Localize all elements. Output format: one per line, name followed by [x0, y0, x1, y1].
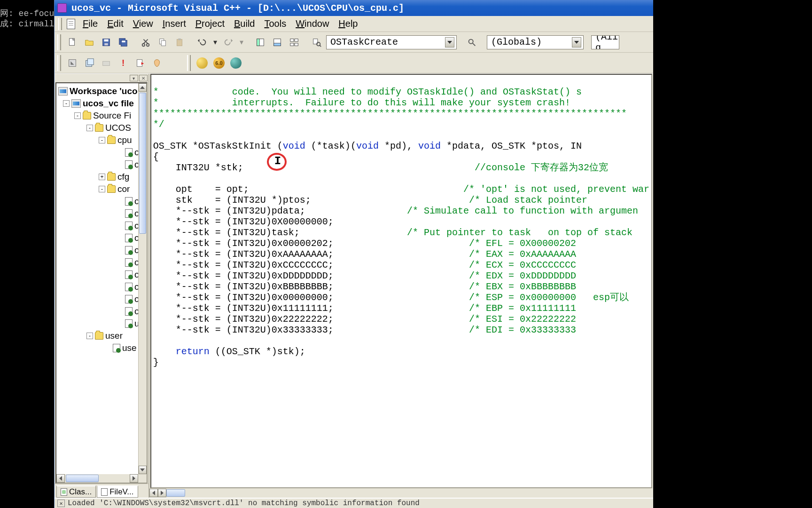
menu-project[interactable]: Project: [192, 16, 228, 31]
svg-line-26: [320, 45, 321, 47]
output-window-button[interactable]: [270, 35, 285, 50]
workspace-window-button[interactable]: [253, 35, 268, 50]
workspace-tree[interactable]: Workspace 'uco - ucos_vc file - Source F…: [55, 82, 148, 484]
menu-edit[interactable]: Edit: [103, 16, 127, 31]
workspace-root[interactable]: Workspace 'uco: [70, 86, 138, 96]
svg-rect-20: [290, 39, 294, 41]
svg-rect-22: [290, 43, 294, 46]
scroll-up-icon[interactable]: [139, 83, 147, 92]
scroll-right-icon[interactable]: [158, 489, 166, 497]
svg-marker-36: [141, 62, 144, 65]
menu-insert[interactable]: Insert: [159, 16, 190, 31]
svg-marker-15: [231, 39, 233, 42]
tree-source[interactable]: Source Fi: [93, 111, 131, 121]
tree-user[interactable]: user: [105, 331, 123, 341]
panel-pin-icon[interactable]: ▾: [130, 75, 138, 81]
scroll-thumb[interactable]: [166, 489, 185, 497]
save-button[interactable]: [99, 35, 114, 50]
close-icon[interactable]: ✕: [57, 500, 65, 507]
chevron-down-icon[interactable]: [572, 37, 581, 48]
tree-file[interactable]: use: [122, 343, 137, 353]
undo-button[interactable]: [195, 35, 210, 50]
svg-rect-21: [295, 39, 298, 41]
scroll-down-icon[interactable]: [139, 466, 147, 474]
menu-file[interactable]: FFileile: [79, 16, 102, 31]
c-file-icon: [125, 258, 133, 267]
tree-project[interactable]: ucos_vc file: [83, 98, 134, 109]
svg-rect-4: [104, 43, 108, 45]
svg-rect-19: [274, 43, 281, 46]
menu-help[interactable]: Help: [335, 16, 361, 31]
menu-window[interactable]: Window: [292, 16, 333, 31]
scroll-thumb[interactable]: [139, 93, 146, 234]
find-in-files-button[interactable]: [309, 35, 324, 50]
paste-button[interactable]: [172, 35, 187, 50]
tree-collapse-icon[interactable]: -: [86, 333, 93, 339]
build-button[interactable]: [82, 56, 97, 71]
scroll-left-icon[interactable]: [56, 474, 65, 483]
menu-view[interactable]: View: [129, 16, 157, 31]
svg-line-28: [473, 43, 476, 46]
new-file-button[interactable]: [65, 35, 80, 50]
title-bar[interactable]: ucos_vc - Microsoft Visual C++ - [D:\...…: [55, 0, 653, 16]
window-list-button[interactable]: [287, 35, 302, 50]
tree-cfg[interactable]: cfg: [117, 172, 129, 182]
members-combo[interactable]: (All g: [591, 35, 619, 49]
tab-fileview[interactable]: FileV...: [97, 485, 138, 498]
mru-document-icon[interactable]: [67, 19, 75, 29]
menu-build[interactable]: Build: [230, 16, 258, 31]
dock-grip[interactable]: [57, 55, 61, 71]
scroll-right-icon[interactable]: [130, 474, 138, 483]
window-title: ucos_vc - Microsoft Visual C++ - [D:\...…: [71, 3, 404, 14]
folder-icon: [107, 185, 116, 193]
go-button[interactable]: [133, 56, 148, 71]
tree-collapse-icon[interactable]: -: [86, 125, 93, 131]
cut-button[interactable]: [138, 35, 153, 50]
redo-dropdown[interactable]: ▾: [238, 35, 245, 50]
tree-collapse-icon[interactable]: -: [99, 137, 105, 143]
dock-grip[interactable]: [57, 34, 61, 50]
c-file-icon: [125, 148, 133, 157]
function-combo[interactable]: OSTaskCreate: [326, 35, 457, 49]
undo-dropdown[interactable]: ▾: [211, 35, 219, 50]
scroll-left-icon[interactable]: [149, 489, 158, 497]
open-file-button[interactable]: [82, 35, 97, 50]
editor-pane: * code. You will need to modify OSTaskId…: [149, 74, 653, 498]
chevron-down-icon[interactable]: [445, 37, 454, 48]
tree-collapse-icon[interactable]: -: [99, 186, 105, 192]
execute-button[interactable]: !: [116, 56, 131, 71]
code-editor[interactable]: * code. You will need to modify OSTaskId…: [150, 74, 652, 488]
addon-icon-2[interactable]: 6.0: [211, 56, 226, 71]
svg-rect-11: [161, 40, 165, 46]
c-file-icon: [125, 319, 133, 328]
tree-core[interactable]: cor: [117, 184, 130, 194]
scroll-thumb[interactable]: [66, 475, 99, 482]
stop-build-button[interactable]: [99, 56, 114, 71]
build-toolbar: ! 6.0: [55, 53, 653, 73]
find-button[interactable]: [464, 35, 479, 50]
tree-expand-icon[interactable]: +: [99, 174, 105, 180]
svg-rect-12: [177, 39, 182, 46]
vc6-icon: [57, 3, 67, 13]
tree-hscroll[interactable]: [56, 474, 147, 483]
scope-combo[interactable]: (Globals): [487, 35, 584, 49]
c-file-icon: [113, 344, 120, 352]
dock-grip[interactable]: [58, 18, 62, 30]
redo-button[interactable]: [221, 35, 236, 50]
panel-close-icon[interactable]: ✕: [139, 75, 148, 81]
breakpoint-button[interactable]: [149, 56, 164, 71]
tree-ucos[interactable]: UCOS: [105, 123, 131, 133]
addon-icon-3[interactable]: [228, 56, 243, 71]
copy-button[interactable]: [155, 35, 170, 50]
compile-button[interactable]: [65, 56, 80, 71]
dock-grip[interactable]: [187, 55, 191, 71]
tab-classview[interactable]: Clas...: [56, 485, 96, 498]
save-all-button[interactable]: [116, 35, 131, 50]
editor-hscroll[interactable]: [149, 488, 653, 498]
tree-collapse-icon[interactable]: -: [74, 112, 81, 119]
tree-vscroll[interactable]: [138, 83, 147, 474]
menu-tools[interactable]: Tools: [260, 16, 290, 31]
tree-collapse-icon[interactable]: -: [63, 100, 70, 107]
tree-cpu[interactable]: cpu: [117, 135, 132, 145]
addon-icon-1[interactable]: [195, 56, 210, 71]
